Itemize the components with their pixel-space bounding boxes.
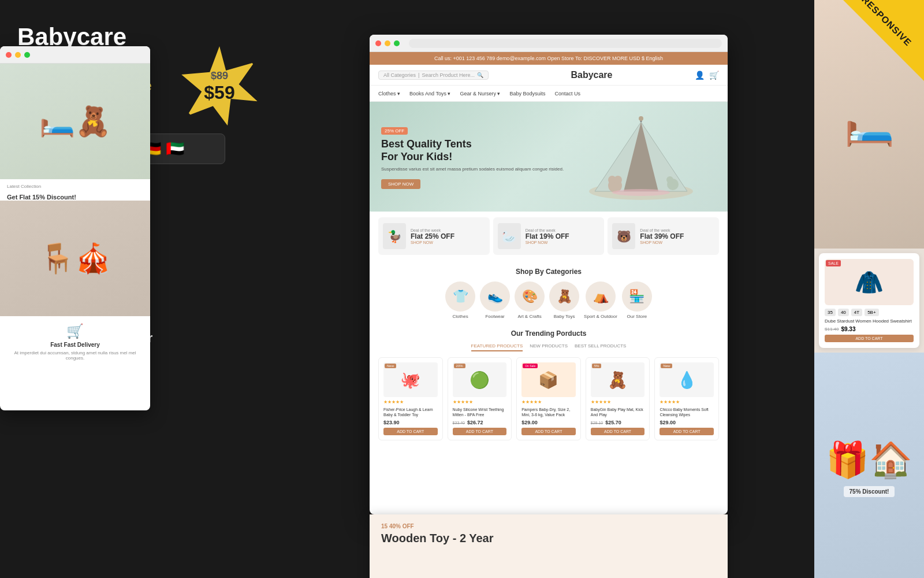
categories-title: Shop By Categories bbox=[378, 268, 719, 276]
right-discount-badge: 75% Discount! bbox=[844, 486, 895, 497]
hero-image bbox=[560, 102, 722, 212]
product-4-price: $25.70 bbox=[605, 420, 621, 425]
product-2-stars: ★★★★★ bbox=[453, 399, 507, 405]
browser-left: 🛏️🧸 Latest Collection Get Flat 15% Disco… bbox=[0, 46, 150, 410]
size-4t[interactable]: 4T bbox=[851, 309, 862, 316]
side-product-sizes: 35 40 4T 5B+ bbox=[825, 309, 914, 316]
tab-featured[interactable]: FEATURED PRODUCTS bbox=[471, 343, 523, 351]
product-4-stars: ★★★★★ bbox=[591, 399, 645, 405]
cat-footwear-img: 👟 bbox=[480, 281, 510, 312]
browser-bar-main bbox=[370, 35, 728, 52]
product-3: 📦 On Sale ★★★★★ Pampers Baby-Dry, Size 2… bbox=[516, 357, 581, 440]
menu-contact[interactable]: Contact Us bbox=[554, 91, 580, 97]
deal-link-1[interactable]: SHOP NOW bbox=[411, 240, 485, 244]
product-2-name: Nuby Silicone Wrist Teething Mitten - BP… bbox=[453, 407, 507, 417]
search-bar[interactable]: All Categories | Search Product Here... … bbox=[378, 71, 489, 80]
deal-week-1: Deal of the week bbox=[411, 228, 485, 232]
mini-collection-title: Get Flat 15% Discount! bbox=[0, 194, 150, 201]
product-4-cart[interactable]: ADD TO CART bbox=[591, 428, 645, 435]
side-product-badge: SALE bbox=[826, 260, 841, 266]
product-2: 🟢 20% ★★★★★ Nuby Silicone Wrist Teething… bbox=[448, 357, 512, 440]
product-4-img: 🧸 5% bbox=[591, 362, 645, 397]
product-2-old-price: $33.40 bbox=[453, 421, 465, 425]
store-menu: Clothes ▾ Books And Toys ▾ Gear & Nurser… bbox=[370, 86, 728, 102]
store-logo: Babycare bbox=[571, 70, 612, 80]
deal-week-3: Deal of the week bbox=[640, 228, 714, 232]
browser-bottom: 15 40% OFF Wooden Toy - 2 Year bbox=[370, 514, 728, 578]
product-2-cart[interactable]: ADD TO CART bbox=[453, 428, 507, 435]
deal-img-3: 🐻 bbox=[612, 223, 635, 249]
product-5-name: Chicco Baby Moments Soft Cleansing Wipes bbox=[660, 407, 714, 417]
svg-point-15 bbox=[666, 176, 673, 183]
categories-row: 👕 Clothes 👟 Footwear 🎨 Art & Crafts 🧸 Ba… bbox=[378, 281, 719, 319]
cat-store-label: Our Store bbox=[627, 314, 647, 319]
product-2-price: $26.72 bbox=[467, 420, 483, 425]
deal-card-1: 🦆 Deal of the week Flat 25% OFF SHOP NOW bbox=[378, 217, 490, 255]
cat-clothes[interactable]: 👕 Clothes bbox=[445, 281, 475, 319]
product-2-img: 🟢 20% bbox=[453, 362, 507, 397]
mini-room2-img: 🪑🎪 bbox=[0, 201, 150, 316]
trending-tabs: FEATURED PRODUCTS NEW PRODUCTS BEST SELL… bbox=[378, 343, 719, 351]
browser-main: Call us: +001 123 456 789 demo@example.c… bbox=[370, 35, 728, 514]
product-3-stars: ★★★★★ bbox=[521, 399, 576, 405]
cat-clothes-img: 👕 bbox=[445, 281, 475, 312]
menu-books[interactable]: Books And Toys ▾ bbox=[409, 91, 450, 97]
cart-icon: 🛒 bbox=[709, 71, 719, 80]
product-row: 🐙 New ★★★★★ Fisher-Price Laugh & Learn B… bbox=[378, 357, 719, 440]
product-5-stars: ★★★★★ bbox=[660, 399, 714, 405]
product-1-cart[interactable]: ADD TO CART bbox=[383, 428, 438, 435]
product-5-img: 💧 New bbox=[660, 362, 714, 397]
store-hero: 25% OFF Best Quality TentsFor Your Kids!… bbox=[370, 102, 728, 212]
nav-icons: 👤 🛒 bbox=[695, 71, 719, 80]
top-bar-text: Call us: +001 123 456 789 demo@example.c… bbox=[434, 55, 663, 61]
cat-outdoor-img: ⛺ bbox=[586, 281, 616, 312]
right-panel: 🛏️ 🧥 SALE 35 40 4T 5B+ Dube Stardust Wom… bbox=[814, 0, 924, 578]
size-35[interactable]: 35 bbox=[825, 309, 836, 316]
side-product-price: $9.33 bbox=[841, 326, 855, 332]
flag-ae: 🇦🇪 bbox=[166, 140, 184, 158]
product-3-badge: On Sale bbox=[523, 364, 538, 368]
product-4-old-price: $28.10 bbox=[591, 421, 603, 425]
svg-point-10 bbox=[639, 116, 643, 121]
menu-bodysuits[interactable]: Baby Bodysuits bbox=[509, 91, 545, 97]
menu-gear[interactable]: Gear & Nursery ▾ bbox=[460, 91, 500, 97]
deal-link-3[interactable]: SHOP NOW bbox=[640, 240, 714, 244]
store-nav: All Categories | Search Product Here... … bbox=[370, 65, 728, 86]
search-placeholder-text: Search Product Here... bbox=[422, 72, 475, 78]
delivery-text: At imperdiet dui accumsan, stdung amet n… bbox=[7, 350, 143, 361]
deal-img-1: 🦆 bbox=[383, 223, 406, 249]
cat-arts[interactable]: 🎨 Art & Crafts bbox=[515, 281, 545, 319]
deal-off-2: Flat 19% OFF bbox=[526, 232, 600, 240]
hero-cta[interactable]: SHOP NOW bbox=[381, 179, 420, 189]
product-3-img: 📦 On Sale bbox=[521, 362, 576, 397]
cat-outdoor[interactable]: ⛺ Sport & Outdoor bbox=[584, 281, 617, 319]
cat-footwear[interactable]: 👟 Footwear bbox=[480, 281, 510, 319]
cat-store[interactable]: 🏪 Our Store bbox=[622, 281, 652, 319]
product-5-cart[interactable]: ADD TO CART bbox=[660, 428, 714, 435]
deal-card-3: 🐻 Deal of the week Flat 39% OFF SHOP NOW bbox=[608, 217, 719, 255]
tab-new[interactable]: NEW PRODUCTS bbox=[530, 343, 568, 351]
size-40[interactable]: 40 bbox=[838, 309, 849, 316]
side-product-name: Dube Stardust Women Hooded Sweatshirt bbox=[825, 318, 914, 324]
product-3-name: Pampers Baby-Dry, Size 2, Mini, 3-6 kg, … bbox=[521, 407, 576, 417]
browser-bar-left bbox=[0, 46, 150, 64]
mini-room-img: 🛏️🧸 bbox=[0, 64, 150, 179]
product-3-cart[interactable]: ADD TO CART bbox=[521, 428, 576, 435]
bottom-discount: 15 40% OFF bbox=[381, 523, 716, 529]
side-product-cart[interactable]: ADD TO CART bbox=[825, 335, 914, 342]
product-2-badge: 20% bbox=[454, 364, 465, 368]
hero-content: 25% OFF Best Quality TentsFor Your Kids!… bbox=[381, 124, 564, 189]
size-5b[interactable]: 5B+ bbox=[865, 309, 878, 316]
deal-off-1: Flat 25% OFF bbox=[411, 232, 485, 240]
side-product-img: 🧥 SALE bbox=[825, 259, 914, 305]
hero-badge: 25% OFF bbox=[381, 127, 408, 135]
deal-off-3: Flat 39% OFF bbox=[640, 232, 714, 240]
cat-footwear-label: Footwear bbox=[485, 314, 504, 319]
deal-week-2: Deal of the week bbox=[526, 228, 600, 232]
tab-bestsell[interactable]: BEST SELL PRODUCTS bbox=[575, 343, 626, 351]
cat-toys[interactable]: 🧸 Baby Toys bbox=[549, 281, 579, 319]
menu-clothes[interactable]: Clothes ▾ bbox=[378, 91, 400, 97]
deal-link-2[interactable]: SHOP NOW bbox=[526, 240, 600, 244]
hero-desc: Suspendisse varius est sit amet massa pr… bbox=[381, 166, 564, 172]
delivery-icon: 🛒 bbox=[66, 323, 84, 339]
